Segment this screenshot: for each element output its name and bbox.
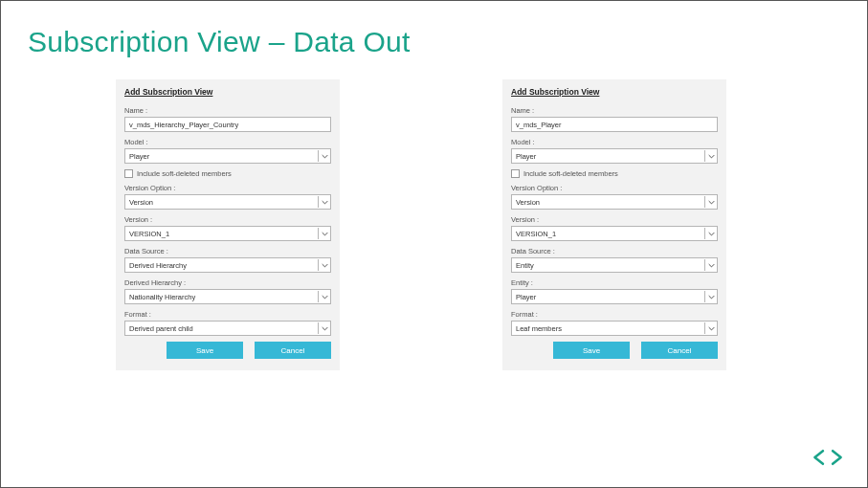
data-source-value: Entity	[516, 261, 534, 270]
chevron-down-icon	[318, 259, 329, 271]
version-select[interactable]: VERSION_1	[511, 226, 718, 241]
name-label: Name :	[124, 106, 331, 115]
chevron-down-icon	[318, 196, 329, 208]
chevron-down-icon	[318, 322, 329, 334]
name-value: v_mds_Hierarchy_Player_Country	[129, 121, 238, 129]
panel-heading: Add Subscription View	[124, 87, 331, 97]
format-label: Format :	[511, 310, 718, 319]
page-title: Subscription View – Data Out	[28, 26, 840, 58]
include-soft-deleted-label: Include soft-deleted members	[523, 169, 618, 178]
version-option-select[interactable]: Version	[124, 194, 331, 210]
chevron-down-icon	[704, 259, 716, 271]
version-value: VERSION_1	[129, 230, 169, 238]
cancel-button[interactable]: Cancel	[641, 342, 718, 359]
model-select[interactable]: Player	[511, 148, 718, 164]
model-value: Player	[129, 152, 149, 161]
model-label: Model :	[511, 138, 718, 146]
format-select[interactable]: Leaf members	[511, 321, 718, 336]
data-source-label: Data Source :	[124, 247, 331, 255]
model-value: Player	[516, 152, 536, 161]
panels-row: Add Subscription View Name : v_mds_Hiera…	[28, 79, 840, 370]
version-label: Version :	[124, 215, 331, 224]
model-label: Model :	[124, 138, 331, 146]
name-label: Name :	[511, 106, 718, 115]
chevron-down-icon	[704, 322, 716, 334]
chevron-down-icon	[704, 150, 716, 162]
name-input[interactable]: v_mds_Hierarchy_Player_Country	[124, 117, 331, 132]
version-option-value: Version	[129, 198, 153, 207]
model-select[interactable]: Player	[124, 148, 331, 164]
checkbox-icon	[511, 169, 520, 178]
version-label: Version :	[511, 215, 718, 224]
version-value: VERSION_1	[516, 230, 556, 238]
chevron-down-icon	[704, 196, 716, 208]
chevron-down-icon	[704, 291, 716, 302]
include-soft-deleted-checkbox[interactable]: Include soft-deleted members	[124, 169, 331, 178]
chevron-down-icon	[318, 291, 329, 302]
add-subscription-view-panel-left: Add Subscription View Name : v_mds_Hiera…	[116, 79, 340, 370]
derived-hierarchy-label: Derived Hierarchy :	[124, 278, 331, 287]
add-subscription-view-panel-right: Add Subscription View Name : v_mds_Playe…	[502, 79, 726, 370]
format-value: Leaf members	[516, 324, 562, 333]
button-row: Save Cancel	[124, 342, 331, 359]
data-source-select[interactable]: Entity	[511, 257, 718, 273]
data-source-value: Derived Hierarchy	[129, 261, 187, 270]
derived-hierarchy-value: Nationality Hierarchy	[129, 293, 195, 301]
version-option-select[interactable]: Version	[511, 194, 718, 210]
cancel-button[interactable]: Cancel	[255, 342, 331, 359]
chevron-down-icon	[318, 150, 329, 162]
button-row: Save Cancel	[511, 342, 718, 359]
checkbox-icon	[124, 169, 133, 178]
format-label: Format :	[124, 310, 331, 319]
data-source-label: Data Source :	[511, 247, 718, 255]
format-value: Derived parent child	[129, 324, 193, 333]
format-select[interactable]: Derived parent child	[124, 321, 331, 336]
entity-label: Entity :	[511, 278, 718, 287]
name-input[interactable]: v_mds_Player	[511, 117, 718, 132]
save-button[interactable]: Save	[167, 342, 243, 359]
chevron-down-icon	[704, 228, 716, 239]
save-button[interactable]: Save	[553, 342, 630, 359]
include-soft-deleted-checkbox[interactable]: Include soft-deleted members	[511, 169, 718, 178]
brand-logo-icon	[812, 447, 844, 472]
slide: Subscription View – Data Out Add Subscri…	[0, 0, 868, 488]
entity-select[interactable]: Player	[511, 289, 718, 304]
data-source-select[interactable]: Derived Hierarchy	[124, 257, 331, 273]
version-option-label: Version Option :	[511, 184, 718, 192]
version-select[interactable]: VERSION_1	[124, 226, 331, 241]
derived-hierarchy-select[interactable]: Nationality Hierarchy	[124, 289, 331, 304]
panel-heading: Add Subscription View	[511, 87, 718, 97]
chevron-down-icon	[318, 228, 329, 239]
include-soft-deleted-label: Include soft-deleted members	[137, 169, 232, 178]
name-value: v_mds_Player	[516, 121, 562, 129]
version-option-label: Version Option :	[124, 184, 331, 192]
entity-value: Player	[516, 293, 536, 301]
version-option-value: Version	[516, 198, 540, 207]
